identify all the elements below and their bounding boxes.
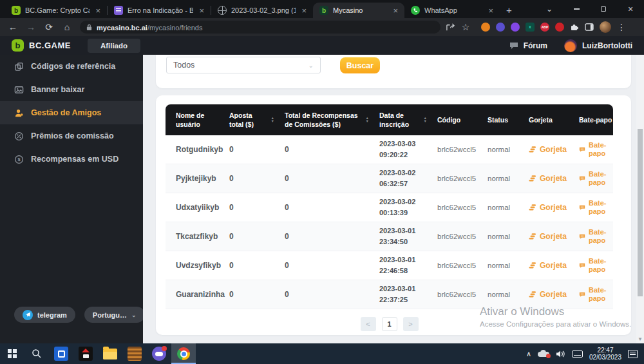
sidebar-item-recompensas-usd[interactable]: $ Recompensas em USD <box>0 148 143 171</box>
column-header-signup-date[interactable]: Data de inscrição ▲▼ <box>369 111 427 129</box>
taskbar-chrome[interactable] <box>171 343 196 364</box>
taskbar-clock[interactable]: 22:47 02/03/2023 <box>589 347 621 361</box>
tip-link[interactable]: Gorjeta <box>529 174 569 183</box>
purple-extension-icon[interactable] <box>511 23 520 32</box>
new-tab-button[interactable]: + <box>506 5 512 15</box>
cell-status: normal <box>477 262 518 269</box>
cell-signup-date: 2023-03-0200:13:39 <box>369 196 427 218</box>
sidebar-item-gestao-de-amigos[interactable]: Gestão de Amigos <box>0 101 143 124</box>
chat-link[interactable]: Bate-papo <box>579 141 613 158</box>
tab-mycasino-active[interactable]: b Mycasino × <box>313 3 404 18</box>
svg-text:$: $ <box>17 157 21 162</box>
back-icon[interactable]: ← <box>5 22 21 32</box>
nav-afiliado[interactable]: Afiliado <box>88 39 140 53</box>
tip-link[interactable]: Gorjeta <box>529 290 569 299</box>
tab-whatsapp[interactable]: WhatsApp × <box>404 3 500 18</box>
touch-keyboard-icon[interactable] <box>572 350 583 358</box>
browser-toolbar: ← → ⟳ ⌂ mycasino.bc.ai/mycasino/friends … <box>0 18 644 36</box>
forum-link[interactable]: Fórum <box>524 41 547 50</box>
chat-link[interactable]: Bate-papo <box>579 228 613 245</box>
copy-icon <box>14 62 24 72</box>
table-row: Uvdzsyfikyb 0 0 2023-03-0122:46:58 brlc6… <box>166 251 613 280</box>
tab-search-chevron-icon[interactable]: ⌄ <box>536 0 563 18</box>
sidebar-item-label: Gestão de Amigos <box>31 108 101 117</box>
tab-image-png[interactable]: 2023-03-02_3.png (1024×76 × <box>211 3 313 18</box>
adblock-plus-icon[interactable]: ABP <box>540 23 549 32</box>
tip-link[interactable]: Gorjeta <box>529 261 569 270</box>
tab-title: 2023-03-02_3.png (1024×76 <box>231 6 296 14</box>
telegram-button[interactable]: telegram <box>14 307 75 323</box>
cell-status: normal <box>477 204 518 211</box>
tab-close-icon[interactable]: × <box>300 6 308 15</box>
search-button[interactable]: Buscar <box>340 57 380 73</box>
home-icon[interactable]: ⌂ <box>59 22 75 32</box>
sidebar-item-codigos-referencia[interactable]: Códigos de referência <box>0 55 143 78</box>
vertical-scrollbar[interactable]: ▼ <box>636 55 644 343</box>
sidebar-item-label: Códigos de referência <box>31 62 115 71</box>
reload-icon[interactable]: ⟳ <box>41 22 57 32</box>
tab-close-icon[interactable]: × <box>487 6 495 15</box>
pagination-next-button[interactable]: > <box>403 317 419 331</box>
tab-erro-indicacao[interactable]: Erro na Indicação - BC.Game × <box>108 3 211 18</box>
extensions-puzzle-icon[interactable] <box>570 23 579 32</box>
browser-profile-avatar[interactable] <box>600 21 611 33</box>
speaker-icon[interactable] <box>556 350 565 358</box>
user-menu[interactable]: LuizBortolotti <box>564 39 632 52</box>
x-extension-icon[interactable]: X <box>526 23 535 32</box>
column-header-rewards-total[interactable]: Total de Recompensas de Comissões ($) ▲▼ <box>274 111 369 129</box>
bookmark-star-icon[interactable]: ☆ <box>458 22 473 32</box>
share-icon[interactable] <box>446 23 455 32</box>
metamask-extension-icon[interactable] <box>481 23 490 32</box>
cell-code: brlc62wccl5 <box>427 262 477 269</box>
start-button[interactable] <box>0 343 24 364</box>
taskbar-app-stripes[interactable] <box>122 343 147 364</box>
brand-name[interactable]: BC.GAME <box>29 41 71 50</box>
language-label: Portugu… <box>93 311 127 319</box>
scrollbar-thumb[interactable] <box>638 129 643 296</box>
tip-link[interactable]: Gorjeta <box>529 232 569 241</box>
red-extension-icon[interactable] <box>555 23 564 32</box>
tip-link[interactable]: Gorjeta <box>529 145 569 154</box>
onedrive-cloud-icon[interactable] <box>538 350 549 358</box>
scrollbar-down-arrow-icon[interactable]: ▼ <box>636 336 644 342</box>
forward-icon[interactable]: → <box>23 22 39 32</box>
tab-close-icon[interactable]: × <box>392 6 399 15</box>
window-minimize-button[interactable] <box>563 0 590 18</box>
window-close-button[interactable]: × <box>617 0 644 18</box>
sidebar-item-banner-baixar[interactable]: Banner baixar <box>0 78 143 101</box>
taskbar-app-blue[interactable] <box>49 343 73 364</box>
chat-link[interactable]: Bate-papo <box>579 170 613 187</box>
chat-link[interactable]: Bate-papo <box>579 257 613 274</box>
sidebar-item-premios-comissao[interactable]: Prêmios de comissão <box>0 124 143 148</box>
sidebar-item-label: Banner baixar <box>31 85 84 94</box>
list-favicon <box>114 6 123 15</box>
pagination-current-page[interactable]: 1 <box>382 317 397 331</box>
tip-link[interactable]: Gorjeta <box>529 203 569 212</box>
bcgame-logo-icon[interactable]: b <box>12 39 24 52</box>
browser-menu-kebab-icon[interactable]: ⋮ <box>617 22 625 32</box>
pagination-prev-button[interactable]: < <box>361 317 376 331</box>
chat-link[interactable]: Bate-papo <box>579 199 613 216</box>
tray-chevron-up-icon[interactable]: ∧ <box>526 350 531 358</box>
taskbar-app-black[interactable] <box>73 343 98 364</box>
chat-link[interactable]: Bate-papo <box>579 286 613 303</box>
user-avatar <box>564 39 577 52</box>
taskbar-search-button[interactable] <box>24 343 49 364</box>
taskbar-file-explorer[interactable] <box>98 343 122 364</box>
filter-dropdown[interactable]: Todos ⌄ <box>166 57 321 73</box>
address-bar[interactable]: mycasino.bc.ai/mycasino/friends <box>80 21 440 34</box>
telegram-label: telegram <box>37 311 67 319</box>
tab-close-icon[interactable]: × <box>94 6 102 15</box>
action-center-icon[interactable] <box>628 350 638 358</box>
phantom-extension-icon[interactable] <box>496 23 505 32</box>
side-panel-icon[interactable] <box>585 23 594 31</box>
globe-favicon <box>218 6 227 15</box>
window-maximize-button[interactable] <box>590 0 617 18</box>
tab-close-icon[interactable]: × <box>198 6 205 15</box>
tab-bcgame-home[interactable]: b BC.Game: Crypto Casino Gan × <box>5 3 107 18</box>
taskbar-app-game[interactable] <box>147 343 171 364</box>
browser-tabstrip: b BC.Game: Crypto Casino Gan × Erro na I… <box>0 0 644 18</box>
column-header-bet-total[interactable]: Aposta total ($) ▲▼ <box>219 111 274 129</box>
column-header-username: Nome de usuário <box>166 111 219 129</box>
language-selector[interactable]: Portugu… ⌄ <box>84 307 145 323</box>
